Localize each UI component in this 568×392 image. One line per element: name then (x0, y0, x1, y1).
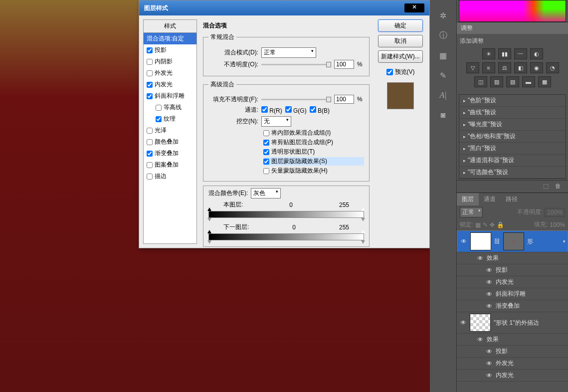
layer-name[interactable]: 形 (527, 237, 533, 246)
visibility-icon[interactable]: 👁 (477, 255, 484, 262)
camera-icon[interactable]: ◙ (438, 110, 449, 121)
adjustments-tab[interactable]: 调整 (457, 22, 568, 34)
layer-mask-hides-checkbox[interactable]: 图层蒙版隐藏效果(S) (263, 157, 364, 166)
effects-header[interactable]: 👁 效果 (457, 334, 568, 346)
hue-icon[interactable]: ≡ (482, 62, 495, 73)
mixer-icon[interactable]: ◔ (546, 62, 559, 73)
effect-item[interactable]: 👁投影 (457, 346, 568, 358)
style-checkbox[interactable] (147, 93, 153, 99)
blend-if-select[interactable]: 灰色 (251, 188, 281, 198)
style-checkbox[interactable] (147, 174, 153, 180)
layer-blend-mode[interactable]: 正常 (460, 207, 483, 217)
style-item[interactable]: 渐变叠加 (144, 148, 196, 159)
visibility-icon[interactable]: 👁 (460, 238, 467, 245)
style-item[interactable]: 内发光 (144, 79, 196, 90)
blend-interior-checkbox[interactable]: 将内部效果混合成组(I) (263, 129, 364, 137)
style-item[interactable]: 图案叠加 (144, 159, 196, 171)
opacity-slider[interactable] (261, 64, 331, 65)
style-item[interactable]: 颜色叠加 (144, 136, 196, 148)
blend-mode-select[interactable]: 正常 (261, 47, 316, 58)
style-checkbox[interactable] (147, 47, 153, 53)
opacity-input[interactable] (334, 60, 354, 69)
layer-opacity-value[interactable]: 100% (545, 208, 565, 217)
preset-item[interactable]: "可选颜色"预设 (459, 167, 566, 179)
preset-item[interactable]: "色阶"预设 (459, 95, 566, 107)
style-checkbox[interactable] (147, 70, 153, 76)
style-checkbox[interactable] (147, 128, 153, 134)
preview-checkbox[interactable]: 预览(V) (386, 68, 415, 76)
effect-item[interactable]: 👁投影 (457, 264, 568, 276)
style-item[interactable]: 斜面和浮雕 (144, 90, 196, 102)
preset-item[interactable]: "曝光度"预设 (459, 119, 566, 131)
exposure-icon[interactable]: ◐ (530, 48, 543, 59)
swatches-icon[interactable]: ▦ (438, 50, 449, 61)
curves-icon[interactable]: 〰 (514, 48, 527, 59)
info-icon[interactable]: ⓘ (438, 30, 449, 41)
layer-thumb[interactable] (470, 314, 491, 332)
effect-item[interactable]: 👁斜面和浮雕 (457, 288, 568, 300)
effect-item[interactable]: 👁外发光 (457, 358, 568, 370)
balance-icon[interactable]: ⚖ (498, 62, 511, 73)
layer-thumb[interactable] (470, 232, 491, 250)
style-item[interactable]: 等高线 (144, 102, 196, 113)
style-item[interactable]: 内阴影 (144, 56, 196, 67)
effect-item[interactable]: 👁渐变叠加 (457, 300, 568, 312)
new-style-button[interactable]: 新建样式(W)... (378, 50, 423, 63)
gradient-map-icon[interactable]: ▬ (522, 76, 535, 87)
trash-icon[interactable]: 🗑 (555, 183, 564, 191)
brightness-icon[interactable]: ☀ (482, 48, 495, 59)
preset-item[interactable]: "曲线"预设 (459, 107, 566, 119)
style-item[interactable]: 光泽 (144, 125, 196, 136)
preset-item[interactable]: "通道混和器"预设 (459, 155, 566, 167)
ok-button[interactable]: 确定 (378, 19, 423, 32)
fill-opacity-slider[interactable] (261, 99, 331, 100)
levels-icon[interactable]: ▮▮ (498, 48, 511, 59)
knockout-select[interactable]: 无 (261, 116, 291, 127)
style-item[interactable]: 外发光 (144, 67, 196, 79)
layer-row[interactable]: 👁 ⛓ ▭ 形 (457, 230, 568, 252)
effects-header[interactable]: 👁 效果 (457, 252, 568, 264)
channel-r-checkbox[interactable]: R(R) (261, 106, 282, 114)
style-checkbox[interactable] (147, 151, 153, 157)
lock-brush-icon[interactable]: ✎ (483, 221, 488, 228)
dialog-titlebar[interactable]: 图层样式 ✕ (139, 0, 429, 15)
vector-mask-hides-checkbox[interactable]: 矢量蒙版隐藏效果(H) (263, 167, 364, 175)
expand-icon[interactable]: ⬚ (543, 183, 552, 191)
posterize-icon[interactable]: ▨ (490, 76, 503, 87)
style-checkbox[interactable] (147, 82, 153, 88)
lock-all-icon[interactable]: 🔒 (497, 221, 504, 228)
style-item[interactable]: 描边 (144, 171, 196, 182)
style-checkbox[interactable] (147, 162, 153, 168)
bw-icon[interactable]: ◧ (514, 62, 527, 73)
adjustment-icon[interactable]: ✎ (438, 70, 449, 81)
tab-layers[interactable]: 图层 (457, 193, 479, 205)
effect-item[interactable]: 👁内发光 (457, 276, 568, 288)
visibility-icon[interactable]: 👁 (486, 279, 493, 286)
invert-icon[interactable]: ◫ (474, 76, 487, 87)
fill-value[interactable]: 100% (550, 221, 565, 228)
vibrance-icon[interactable]: ▽ (466, 62, 479, 73)
effect-item[interactable]: 👁内发光 (457, 370, 568, 382)
channel-g-checkbox[interactable]: G(G) (285, 106, 307, 114)
style-item[interactable]: 纹理 (144, 113, 196, 125)
transparency-shapes-checkbox[interactable]: 透明形状图层(T) (263, 148, 364, 156)
visibility-icon[interactable]: 👁 (486, 303, 493, 310)
style-checkbox[interactable] (147, 139, 153, 145)
compass-icon[interactable]: ✲ (438, 10, 449, 21)
visibility-icon[interactable]: 👁 (477, 336, 484, 343)
visibility-icon[interactable]: 👁 (486, 348, 493, 355)
threshold-icon[interactable]: ▧ (506, 76, 519, 87)
blend-clipped-checkbox[interactable]: 将剪贴图层混合成组(P) (263, 138, 364, 147)
style-checkbox[interactable] (156, 105, 162, 111)
vector-mask-thumb[interactable]: ▭ (503, 232, 524, 250)
style-item[interactable]: 投影 (144, 44, 196, 56)
selective-color-icon[interactable]: ▩ (538, 76, 551, 87)
preset-item[interactable]: "色相/饱和度"预设 (459, 131, 566, 143)
lock-move-icon[interactable]: ✥ (490, 221, 495, 228)
fill-opacity-input[interactable] (334, 95, 354, 104)
cancel-button[interactable]: 取消 (378, 35, 423, 47)
underlying-layer-slider[interactable] (208, 233, 364, 240)
visibility-icon[interactable]: 👁 (486, 360, 493, 367)
visibility-icon[interactable]: 👁 (486, 291, 493, 298)
visibility-icon[interactable]: 👁 (486, 267, 493, 274)
